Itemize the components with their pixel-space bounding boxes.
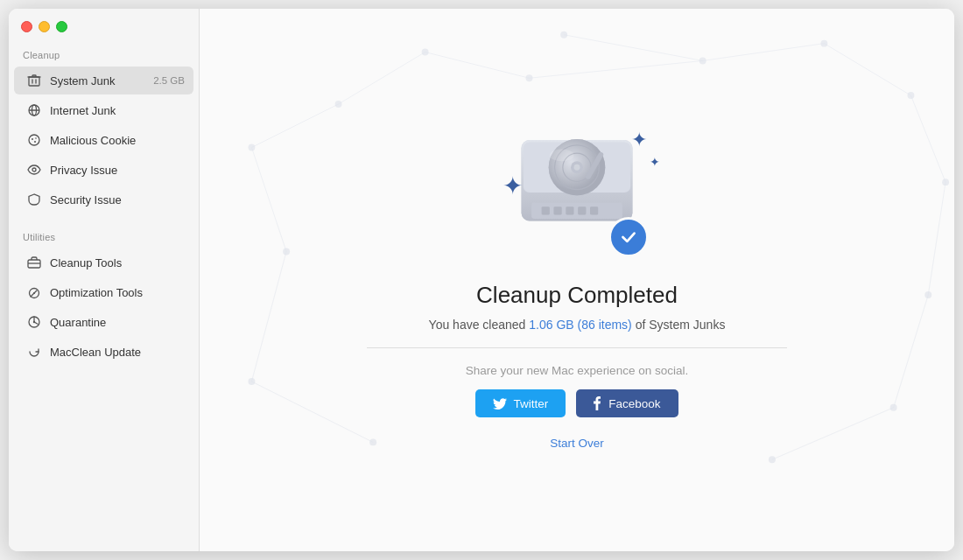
- twitter-label: Twitter: [513, 397, 548, 410]
- svg-line-40: [251, 382, 373, 442]
- svg-point-58: [550, 149, 574, 161]
- close-button[interactable]: [21, 21, 32, 32]
- sidebar-item-malicious-cookie[interactable]: Malicious Cookie: [14, 126, 193, 154]
- completion-title: Cleanup Completed: [476, 282, 678, 309]
- svg-rect-57: [590, 206, 598, 214]
- svg-line-38: [894, 295, 929, 408]
- svg-line-39: [772, 408, 894, 459]
- utilities-section-label: Utilities: [9, 223, 199, 248]
- system-junk-label: System Junk: [50, 74, 145, 88]
- security-issue-label: Security Issue: [50, 193, 185, 206]
- svg-line-29: [703, 44, 825, 61]
- svg-line-35: [251, 104, 338, 148]
- system-junk-badge: 2.5 GB: [153, 75, 185, 86]
- start-over-button[interactable]: Start Over: [541, 433, 613, 453]
- svg-point-50: [574, 164, 580, 171]
- svg-line-36: [251, 148, 286, 252]
- sidebar-item-quarantine[interactable]: Quarantine: [14, 308, 193, 336]
- privacy-issue-label: Privacy Issue: [50, 164, 185, 177]
- hdd-illustration: ✦ ✦ ✦ ✦: [498, 107, 656, 264]
- facebook-icon: [594, 396, 602, 410]
- main-content: ✦ ✦ ✦ ✦: [200, 9, 954, 551]
- svg-line-37: [928, 182, 945, 295]
- svg-line-31: [910, 95, 945, 182]
- divider: [367, 347, 787, 348]
- sidebar-item-system-junk[interactable]: System Junk 2.5 GB: [14, 66, 193, 94]
- sidebar-item-security-issue[interactable]: Security Issue: [14, 186, 193, 214]
- twitter-button[interactable]: Twitter: [475, 389, 566, 417]
- svg-point-5: [34, 141, 36, 143]
- sidebar-item-cleanup-tools[interactable]: Cleanup Tools: [14, 248, 193, 276]
- start-over-label: Start Over: [550, 437, 604, 450]
- checkmark-badge: [608, 217, 649, 257]
- completion-subtitle: You have cleaned 1.06 GB (86 items) of S…: [429, 318, 726, 332]
- svg-rect-55: [566, 206, 573, 214]
- sidebar-item-macclean-update[interactable]: MacClean Update: [14, 338, 193, 366]
- app-window: Cleanup System Junk 2.5 GB: [9, 9, 954, 551]
- briefcase-icon: [26, 255, 42, 270]
- sidebar-item-internet-junk[interactable]: Internet Junk: [14, 96, 193, 124]
- cookie-icon: [26, 132, 42, 148]
- eye-icon: [26, 162, 42, 178]
- subtitle-prefix: You have cleaned: [429, 318, 530, 332]
- svg-line-33: [425, 52, 530, 79]
- cleanup-section-label: Cleanup: [9, 41, 199, 66]
- minimize-button[interactable]: [39, 21, 50, 32]
- quarantine-label: Quarantine: [50, 316, 185, 329]
- svg-point-4: [32, 138, 33, 140]
- cleanup-tools-label: Cleanup Tools: [50, 256, 185, 270]
- subtitle-suffix: of System Junks: [632, 318, 726, 332]
- update-icon: [26, 344, 42, 360]
- gauge-icon: [26, 284, 42, 300]
- sidebar-item-privacy-issue[interactable]: Privacy Issue: [14, 156, 193, 184]
- traffic-lights: [9, 9, 199, 41]
- shield-icon: [26, 192, 42, 207]
- macclean-update-label: MacClean Update: [50, 346, 185, 359]
- svg-point-10: [33, 292, 35, 294]
- facebook-label: Facebook: [608, 397, 660, 410]
- optimization-tools-label: Optimization Tools: [50, 286, 185, 299]
- content-area: ✦ ✦ ✦ ✦: [367, 107, 787, 453]
- globe-icon: [26, 102, 42, 118]
- subtitle-highlight: 1.06 GB (86 items): [529, 318, 632, 332]
- svg-point-6: [35, 137, 37, 139]
- svg-line-32: [530, 60, 703, 78]
- svg-point-21: [248, 144, 255, 151]
- sparkle-1: ✦: [631, 129, 647, 151]
- sidebar: Cleanup System Junk 2.5 GB: [9, 9, 200, 551]
- malicious-cookie-label: Malicious Cookie: [50, 134, 185, 147]
- facebook-button[interactable]: Facebook: [576, 389, 678, 417]
- sparkle-2: ✦: [650, 155, 660, 169]
- svg-point-7: [32, 168, 36, 172]
- svg-rect-0: [29, 77, 39, 86]
- svg-rect-54: [553, 206, 561, 214]
- svg-point-27: [248, 378, 255, 385]
- internet-junk-label: Internet Junk: [50, 104, 185, 117]
- svg-point-12: [33, 321, 35, 323]
- svg-line-30: [824, 44, 910, 95]
- maximize-button[interactable]: [56, 21, 67, 32]
- share-label: Share your new Mac experience on social.: [466, 364, 688, 377]
- svg-rect-53: [542, 206, 550, 214]
- svg-line-28: [564, 35, 703, 61]
- social-buttons: Twitter Facebook: [475, 389, 678, 417]
- twitter-icon: [493, 398, 507, 410]
- trash-icon: [26, 73, 42, 88]
- sparkle-4: ✦: [503, 172, 523, 200]
- svg-point-3: [29, 135, 39, 145]
- quarantine-icon: [26, 314, 42, 330]
- svg-rect-56: [578, 206, 586, 214]
- svg-line-34: [339, 52, 425, 104]
- svg-line-41: [251, 251, 286, 382]
- sidebar-item-optimization-tools[interactable]: Optimization Tools: [14, 278, 193, 306]
